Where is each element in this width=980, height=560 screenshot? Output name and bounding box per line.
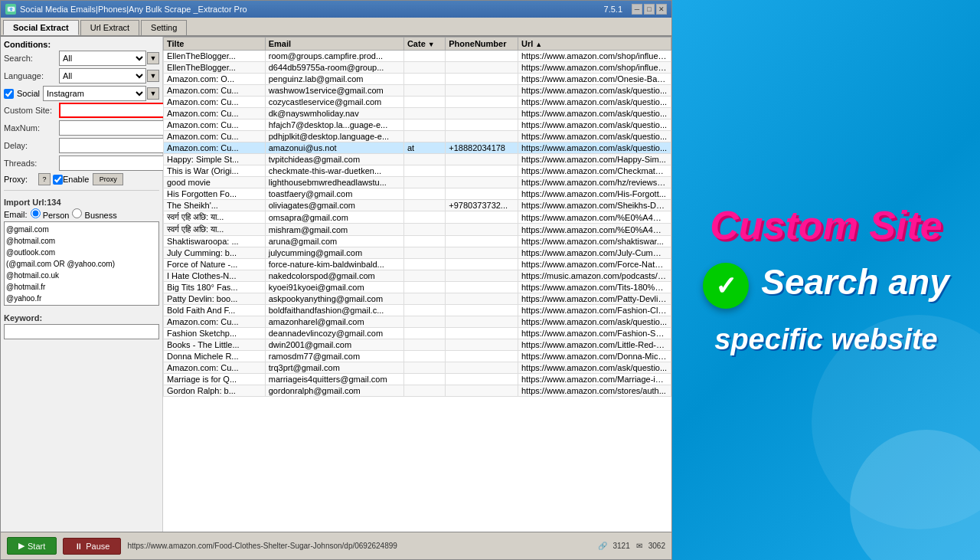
proxy-button[interactable]: Proxy <box>93 173 123 185</box>
social-label: Social <box>17 89 40 98</box>
maxnum-row: MaxNum: 50000 ▲ ▼ <box>4 120 159 136</box>
cell-email: d644db59755a-room@group... <box>265 62 403 74</box>
cell-email: checkmate-this-war-duetken... <box>265 165 403 177</box>
table-row: Amazon.com: Cu... trq3prt@gmail.com http… <box>164 362 671 374</box>
table-row: Amazon.com: Cu... amazonharel@gmail.com … <box>164 316 671 328</box>
cell-title: Bold Faith And F... <box>164 305 266 316</box>
custom-site-row: Custom Site: amazon.com <box>4 103 159 118</box>
data-table: Tilte Email Cate ▼ PhoneNumber Url ▲ Ell… <box>163 37 671 397</box>
cell-title: Shaktiswaroopa: ... <box>164 236 266 247</box>
table-row: Happy: Simple St... tvpitchideas@gmail.c… <box>164 154 671 165</box>
cell-title: Amazon.com: Cu... <box>164 108 266 120</box>
search-select[interactable]: All <box>59 51 146 66</box>
table-body: EllenTheBlogger... room@groups.campfire.… <box>164 51 671 397</box>
cell-title: Amazon.com: Cu... <box>164 85 266 97</box>
table-row: स्वर्ग एहि अछि: या... omsapra@gmail.com … <box>164 211 671 224</box>
table-row: Bold Faith And F... boldfaithandfashion@… <box>164 305 671 316</box>
table-row: good movie lighthousebmwredheadlawstu...… <box>164 177 671 188</box>
pause-icon: ⏸ <box>74 542 83 551</box>
cell-email: lighthousebmwredheadlawstu... <box>265 177 403 188</box>
proxy-help-btn[interactable]: ? <box>38 173 51 185</box>
cell-phone <box>446 305 518 316</box>
person-radio-label[interactable]: Person <box>31 208 70 220</box>
cell-cate <box>403 131 445 142</box>
table-row: Books - The Little... dwin2001@gmail.com… <box>164 339 671 351</box>
social-select[interactable]: Instagram <box>43 86 146 101</box>
maxnum-input[interactable]: 50000 <box>59 120 171 136</box>
table-row: I Hate Clothes-N... nakedcolorspod@gmail… <box>164 270 671 282</box>
delay-row: Delay: 15 ▲ ▼ <box>4 138 159 153</box>
cell-cate <box>403 282 445 293</box>
cell-email: amazonharel@gmail.com <box>265 316 403 328</box>
cell-url: https://www.amazon.com/ask/questio... <box>518 142 671 154</box>
cell-url: https://www.amazon.com/%E0%A4%B... <box>518 224 671 236</box>
cell-phone <box>446 154 518 165</box>
keyword-input[interactable]: cohtes <box>4 324 159 339</box>
email-item-hotmail: @hotmail.com <box>6 235 157 247</box>
start-button[interactable]: ▶ Start <box>7 537 57 555</box>
cell-phone <box>446 85 518 97</box>
keyword-section: Keyword: cohtes <box>4 312 159 339</box>
language-dropdown-btn[interactable]: ▼ <box>147 70 159 82</box>
cell-url: https://www.amazon.com/ask/questio... <box>518 97 671 108</box>
close-button[interactable]: ✕ <box>656 4 667 15</box>
minimize-button[interactable]: ─ <box>632 4 642 15</box>
cell-email: toastfaery@gmail.com <box>265 188 403 200</box>
email-item-outlook: @outlook.com <box>6 247 157 258</box>
email-item-hotmail-fr: @hotmail.fr <box>6 281 157 293</box>
cell-cate <box>403 188 445 200</box>
cell-url: https://www.amazon.com/Marriage-is-... <box>518 374 671 385</box>
cell-phone <box>446 293 518 305</box>
cell-title: Fashion Sketchp... <box>164 328 266 339</box>
language-row: Language: All ▼ <box>4 68 159 84</box>
cell-phone: +18882034178 <box>446 142 518 154</box>
cell-email: hfajch7@desktop.la...guage-e... <box>265 120 403 131</box>
cell-cate <box>403 62 445 74</box>
business-radio-label[interactable]: Busness <box>72 208 116 220</box>
cell-url: https://www.amazon.com/ask/questio... <box>518 131 671 142</box>
tab-social-extract[interactable]: Social Extract <box>3 20 79 35</box>
table-row: July Cumming: b... julycumming@gmail.com… <box>164 247 671 259</box>
social-dropdown-btn[interactable]: ▼ <box>147 87 159 100</box>
cell-title: EllenTheBlogger... <box>164 62 266 74</box>
cell-title: Amazon.com: Cu... <box>164 142 266 154</box>
delay-input[interactable]: 15 <box>59 138 171 153</box>
pause-button[interactable]: ⏸ Pause <box>63 538 121 555</box>
table-row: Fashion Sketchp... deannadevlincozy@gmai… <box>164 328 671 339</box>
cell-title: स्वर्ग एहि अछि: या... <box>164 224 266 236</box>
cell-phone <box>446 328 518 339</box>
count1: 3121 <box>613 542 630 550</box>
cell-email: aruna@gmail.com <box>265 236 403 247</box>
cell-cate <box>403 51 445 62</box>
cell-cate <box>403 108 445 120</box>
cell-email: penguinz.lab@gmail.com <box>265 74 403 85</box>
cell-cate <box>403 270 445 282</box>
proxy-label: Proxy: <box>4 175 38 184</box>
custom-site-input[interactable]: amazon.com <box>59 103 172 118</box>
cell-cate <box>403 200 445 211</box>
cell-url: https://www.amazon.com/%E0%A4%B... <box>518 211 671 224</box>
threads-label: Threads: <box>4 159 59 168</box>
cell-title: July Cumming: b... <box>164 247 266 259</box>
cell-title: Amazon.com: Cu... <box>164 120 266 131</box>
cell-email: julycumming@gmail.com <box>265 247 403 259</box>
proxy-enable-check[interactable]: Enable <box>53 175 89 185</box>
table-row: Shaktiswaroopa: ... aruna@gmail.com http… <box>164 236 671 247</box>
language-select[interactable]: All <box>59 68 146 84</box>
table-row: EllenTheBlogger... room@groups.campfire.… <box>164 51 671 62</box>
cell-cate <box>403 293 445 305</box>
tab-url-extract[interactable]: Url Extract <box>80 20 139 35</box>
cell-email: kyoei91kyoei@gmail.com <box>265 282 403 293</box>
table-row: Force of Nature -... force-nature-kim-ba… <box>164 259 671 270</box>
table-row: EllenTheBlogger... d644db59755a-room@gro… <box>164 62 671 74</box>
app-icon: 📧 <box>5 4 16 15</box>
cell-cate <box>403 211 445 224</box>
maximize-button[interactable]: □ <box>644 4 655 15</box>
table-row: Amazon.com: Cu... washwow1service@gmail.… <box>164 85 671 97</box>
data-table-container[interactable]: Tilte Email Cate ▼ PhoneNumber Url ▲ Ell… <box>163 37 671 532</box>
threads-input[interactable]: 11 <box>59 156 171 171</box>
tab-setting[interactable]: Setting <box>141 20 187 35</box>
cell-email: room@groups.campfire.prod... <box>265 51 403 62</box>
search-dropdown-btn[interactable]: ▼ <box>147 52 159 64</box>
social-checkbox[interactable] <box>4 89 14 99</box>
